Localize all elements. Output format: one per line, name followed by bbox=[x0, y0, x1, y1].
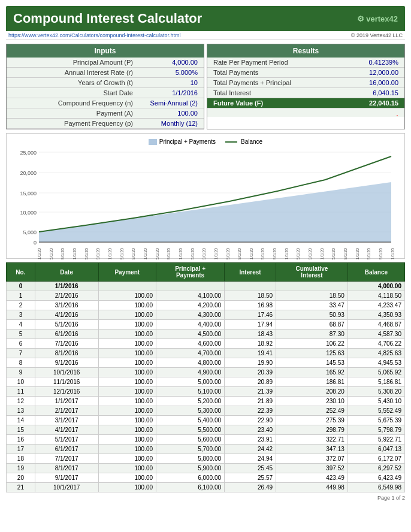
x-label-5: 9/1/2017 bbox=[96, 255, 100, 260]
table-cell: 4,600.00 bbox=[156, 339, 225, 349]
table-cell: 3 bbox=[7, 310, 35, 320]
table-cell: 5,700.00 bbox=[156, 445, 225, 454]
table-cell: 12 bbox=[7, 397, 35, 406]
table-cell: 5,100.00 bbox=[156, 387, 225, 397]
table-cell: 1 bbox=[7, 291, 35, 301]
table-cell: 5,922.71 bbox=[347, 435, 404, 445]
table-cell: 100.00 bbox=[98, 330, 156, 339]
table-row: 154/1/2017100.005,500.0023.40298.795,798… bbox=[7, 425, 405, 435]
table-cell: 2/1/2017 bbox=[35, 406, 98, 416]
input-value-payfreq: Monthly (12) bbox=[138, 120, 198, 127]
table-cell: 5,000.00 bbox=[156, 377, 225, 387]
table-cell: 4,825.63 bbox=[347, 349, 404, 358]
table-cell: 23.91 bbox=[225, 435, 276, 445]
table-cell: 100.00 bbox=[98, 454, 156, 464]
inputs-header: Inputs bbox=[7, 44, 204, 58]
table-cell: 100.00 bbox=[98, 358, 156, 368]
table-cell: 100.00 bbox=[98, 416, 156, 425]
table-cell: 19.41 bbox=[225, 349, 276, 358]
table-cell: 25.45 bbox=[225, 464, 276, 473]
table-cell: 12/1/2016 bbox=[35, 387, 98, 397]
table-cell: 252.49 bbox=[276, 406, 348, 416]
table-cell: 5,300.00 bbox=[156, 406, 225, 416]
table-cell: 100.00 bbox=[98, 377, 156, 387]
table-cell: 18.50 bbox=[225, 291, 276, 301]
results-header: Results bbox=[207, 44, 404, 58]
table-cell: 165.92 bbox=[276, 368, 348, 377]
svg-text:15,000: 15,000 bbox=[20, 191, 37, 197]
table-cell: 20 bbox=[7, 473, 35, 483]
table-cell: 24.94 bbox=[225, 454, 276, 464]
svg-text:5,000: 5,000 bbox=[23, 229, 37, 235]
table-cell: 21 bbox=[7, 483, 35, 492]
table-cell: 11/1/2016 bbox=[35, 377, 98, 387]
table-cell: 106.22 bbox=[276, 339, 348, 349]
x-label-8: 9/1/2018 bbox=[131, 255, 135, 260]
x-label-25: 5/1/2024 bbox=[331, 255, 336, 260]
table-cell: 0 bbox=[7, 282, 35, 291]
table-cell: 6,423.49 bbox=[347, 473, 404, 483]
result-row-futurevalue: Future Value (F) 22,040.15 bbox=[207, 98, 404, 108]
app-url: https://www.vertex42.com/Calculators/com… bbox=[8, 32, 181, 38]
input-value-principal: 4,000.00 bbox=[138, 59, 198, 66]
input-label-payment: Payment (A) bbox=[13, 110, 138, 117]
data-table: No. Date Payment Principal +Payments Int… bbox=[6, 262, 405, 492]
table-row: 56/1/2016100.004,500.0018.4387.304,587.3… bbox=[7, 330, 405, 339]
table-cell: 26.49 bbox=[225, 483, 276, 492]
table-row: 165/1/2017100.005,600.0023.91322.715,922… bbox=[7, 435, 405, 445]
input-row-startdate: Start Date 1/1/2016 bbox=[7, 88, 204, 98]
table-cell bbox=[225, 282, 276, 291]
x-label-15: 1/1/2021 bbox=[213, 255, 217, 260]
table-cell: 6 bbox=[7, 339, 35, 349]
table-cell: 19.90 bbox=[225, 358, 276, 368]
table-cell: 4,800.00 bbox=[156, 358, 225, 368]
table-cell: 8/1/2016 bbox=[35, 349, 98, 358]
result-value-totalpayments: 12,000.00 bbox=[350, 69, 398, 76]
table-cell: 4,400.00 bbox=[156, 320, 225, 330]
table-cell: 11 bbox=[7, 387, 35, 397]
input-label-startdate: Start Date bbox=[13, 89, 138, 96]
app-header: Compound Interest Calculator ⚙ vertex42 bbox=[6, 6, 405, 31]
legend-principal: Principal + Payments bbox=[149, 138, 216, 145]
table-cell: 13 bbox=[7, 406, 35, 416]
x-label-22: 5/1/2023 bbox=[296, 255, 300, 260]
table-cell: 18 bbox=[7, 454, 35, 464]
app-title: Compound Interest Calculator bbox=[13, 11, 202, 26]
table-cell: 6/1/2017 bbox=[35, 445, 98, 454]
x-label-11: 9/1/2019 bbox=[167, 255, 171, 260]
result-label-futurevalue: Future Value (F) bbox=[213, 99, 350, 107]
col-header-cumulative-interest: CumulativeInterest bbox=[276, 263, 348, 282]
table-cell: 3/1/2016 bbox=[35, 301, 98, 310]
x-label-21: 1/1/2023 bbox=[284, 255, 288, 260]
x-label-28: 5/1/2025 bbox=[367, 255, 371, 260]
chart-svg: 25,000 20,000 15,000 10,000 5,000 0 bbox=[11, 147, 400, 248]
x-label-24: 1/1/2024 bbox=[319, 255, 324, 260]
table-row: 910/1/2016100.004,900.0020.39165.925,065… bbox=[7, 368, 405, 377]
table-cell: 6/1/2016 bbox=[35, 330, 98, 339]
col-header-no: No. bbox=[7, 263, 35, 282]
table-cell: 17.46 bbox=[225, 310, 276, 320]
table-row: 67/1/2016100.004,600.0018.92106.224,706.… bbox=[7, 339, 405, 349]
table-cell: 208.20 bbox=[276, 387, 348, 397]
result-label-totalinterest: Total Interest bbox=[213, 89, 350, 96]
table-body: 01/1/20164,000.0012/1/2016100.004,100.00… bbox=[7, 282, 405, 492]
svg-text:20,000: 20,000 bbox=[20, 170, 37, 176]
x-label-19: 5/1/2022 bbox=[261, 255, 265, 260]
table-cell: 4,100.00 bbox=[156, 291, 225, 301]
result-row-totalinterest: Total Interest 6,040.15 bbox=[207, 88, 404, 98]
table-cell: 4,200.00 bbox=[156, 301, 225, 310]
table-cell: 15 bbox=[7, 425, 35, 435]
x-label-20: 9/1/2022 bbox=[273, 255, 277, 260]
svg-text:25,000: 25,000 bbox=[20, 150, 37, 156]
table-cell: 3/1/2017 bbox=[35, 416, 98, 425]
table-cell: 21.39 bbox=[225, 387, 276, 397]
table-cell: 5,308.20 bbox=[347, 387, 404, 397]
table-cell: 4,945.53 bbox=[347, 358, 404, 368]
table-cell: 4,500.00 bbox=[156, 330, 225, 339]
table-cell: 5,900.00 bbox=[156, 464, 225, 473]
input-value-payment: 100.00 bbox=[138, 110, 198, 117]
table-cell: 322.71 bbox=[276, 435, 348, 445]
result-label-totalpayments: Total Payments bbox=[213, 69, 350, 76]
table-cell: 423.49 bbox=[276, 473, 348, 483]
table-cell: 9/1/2016 bbox=[35, 358, 98, 368]
